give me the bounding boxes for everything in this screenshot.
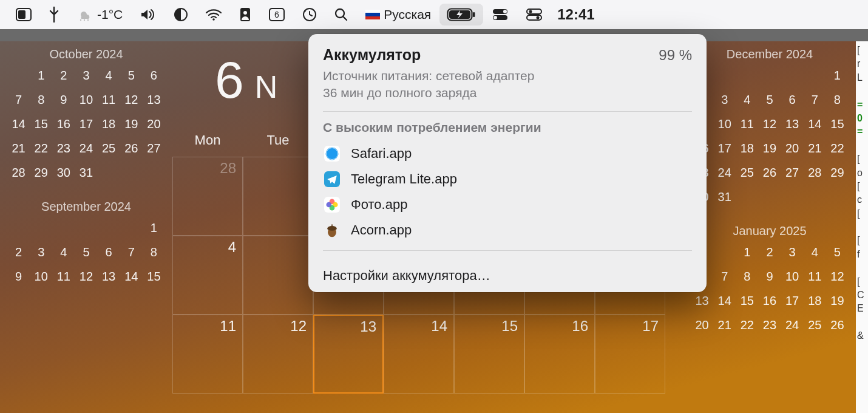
high-energy-app-row[interactable]: Safari.app (308, 141, 707, 166)
wifi-icon[interactable] (197, 0, 231, 29)
mini-day-cell[interactable]: 24 (781, 315, 804, 335)
mini-day-cell[interactable]: 5 (826, 242, 849, 262)
spotlight-icon[interactable] (325, 0, 357, 29)
mini-day-cell[interactable]: 16 (52, 114, 75, 134)
mini-day-cell[interactable]: 10 (781, 266, 804, 287)
control-center-icon[interactable] (517, 0, 551, 29)
mini-day-cell[interactable]: 1 (143, 217, 165, 238)
mini-day-cell[interactable]: 8 (30, 89, 52, 110)
mini-day-cell[interactable]: 25 (98, 138, 120, 159)
mini-day-cell[interactable]: 21 (713, 315, 736, 335)
mini-day-cell[interactable]: 7 (713, 266, 736, 287)
mini-day-cell[interactable]: 28 (7, 162, 30, 183)
mini-day-cell[interactable]: 30 (52, 162, 75, 183)
mini-day-cell[interactable] (120, 217, 143, 238)
mini-day-cell[interactable]: 27 (781, 162, 804, 183)
mini-day-cell[interactable]: 4 (736, 89, 758, 110)
mini-day-cell[interactable]: 2 (758, 242, 781, 262)
mini-day-cell[interactable]: 12 (826, 266, 849, 287)
mini-day-cell[interactable] (30, 217, 52, 238)
mini-day-cell[interactable]: 11 (52, 266, 75, 287)
stage-manager-icon[interactable] (7, 0, 40, 29)
month-day-cell[interactable]: 16 (524, 315, 595, 394)
month-day-cell[interactable]: 14 (384, 315, 454, 394)
mini-day-cell[interactable]: 6 (781, 89, 804, 110)
mini-day-cell[interactable]: 1 (736, 242, 758, 262)
mini-day-cell[interactable]: 18 (736, 138, 758, 159)
mini-cal-september[interactable]: September 2024 123456789101112131415 (7, 200, 165, 287)
weather-item[interactable]: -1°C (68, 0, 131, 29)
mini-day-cell[interactable]: 11 (98, 89, 120, 110)
mini-day-cell[interactable] (804, 65, 826, 86)
mini-day-cell[interactable]: 27 (143, 138, 165, 159)
mini-day-cell[interactable]: 3 (781, 242, 804, 262)
rune-icon[interactable] (40, 0, 68, 29)
mini-day-cell[interactable]: 3 (75, 65, 97, 86)
mini-day-cell[interactable]: 2 (7, 242, 30, 262)
mini-day-cell[interactable]: 21 (7, 138, 30, 159)
mini-day-cell[interactable]: 18 (98, 114, 120, 134)
mini-day-cell[interactable]: 18 (804, 290, 826, 311)
mini-day-cell[interactable]: 26 (120, 138, 143, 159)
mini-cal-december[interactable]: December 2024 12345678910111213141516171… (691, 47, 849, 207)
month-day-cell[interactable]: 4 (172, 236, 243, 315)
month-day-cell[interactable]: 28 (172, 157, 243, 236)
mini-day-cell[interactable]: 5 (120, 65, 143, 86)
mini-day-cell[interactable] (75, 217, 97, 238)
mini-day-cell[interactable] (781, 65, 804, 86)
mini-day-cell[interactable]: 22 (30, 138, 52, 159)
mini-day-cell[interactable]: 12 (75, 266, 97, 287)
mini-day-cell[interactable]: 12 (120, 89, 143, 110)
mini-day-cell[interactable]: 26 (758, 162, 781, 183)
mini-day-cell[interactable]: 26 (826, 315, 849, 335)
month-day-cell[interactable]: 13 (313, 315, 384, 394)
mini-day-cell[interactable] (98, 217, 120, 238)
mini-day-cell[interactable]: 14 (713, 290, 736, 311)
mini-day-cell[interactable]: 16 (758, 290, 781, 311)
mini-cal-october[interactable]: October 2024 123456789101112131415161718… (7, 47, 165, 183)
month-day-cell[interactable]: 11 (172, 315, 243, 394)
mini-day-cell[interactable]: 4 (98, 65, 120, 86)
mini-day-cell[interactable]: 13 (781, 114, 804, 134)
mini-day-cell[interactable]: 3 (713, 89, 736, 110)
mini-day-cell[interactable] (758, 65, 781, 86)
keyboard-badge[interactable]: 6 (260, 0, 294, 29)
mini-day-cell[interactable]: 7 (7, 89, 30, 110)
mini-day-cell[interactable]: 21 (804, 138, 826, 159)
mini-day-cell[interactable]: 9 (758, 266, 781, 287)
mini-day-cell[interactable] (7, 65, 30, 86)
high-energy-app-row[interactable]: Фото.app (308, 192, 707, 217)
id-card-icon[interactable] (231, 0, 260, 29)
high-energy-app-row[interactable]: Acorn.app (308, 217, 707, 243)
mini-day-cell[interactable]: 15 (736, 290, 758, 311)
mini-day-cell[interactable]: 14 (7, 114, 30, 134)
mini-day-cell[interactable]: 1 (826, 65, 849, 86)
mini-day-cell[interactable]: 2 (52, 65, 75, 86)
mini-day-cell[interactable]: 7 (120, 242, 143, 262)
mini-day-cell[interactable]: 9 (7, 266, 30, 287)
mini-day-cell[interactable] (52, 217, 75, 238)
mini-day-cell[interactable]: 20 (143, 114, 165, 134)
mini-day-cell[interactable]: 10 (713, 114, 736, 134)
mini-cal-january[interactable]: January 2025 123456789101112131415161718… (691, 224, 849, 335)
mini-day-cell[interactable]: 20 (691, 315, 713, 335)
mini-day-cell[interactable]: 11 (804, 266, 826, 287)
month-day-cell[interactable]: 17 (595, 315, 665, 394)
mini-day-cell[interactable]: 14 (804, 114, 826, 134)
mini-day-cell[interactable]: 28 (804, 162, 826, 183)
input-language[interactable]: Русская (357, 0, 439, 29)
mini-day-cell[interactable]: 15 (826, 114, 849, 134)
mini-day-cell[interactable]: 20 (781, 138, 804, 159)
month-day-cell[interactable] (243, 157, 313, 236)
month-day-cell[interactable]: 12 (243, 315, 313, 394)
mini-day-cell[interactable]: 8 (143, 242, 165, 262)
mini-day-cell[interactable]: 10 (30, 266, 52, 287)
mini-day-cell[interactable]: 23 (52, 138, 75, 159)
menu-clock[interactable]: 12:41 (551, 0, 597, 29)
mini-day-cell[interactable]: 17 (75, 114, 97, 134)
mini-day-cell[interactable] (713, 242, 736, 262)
mini-day-cell[interactable]: 3 (30, 242, 52, 262)
high-energy-app-row[interactable]: Telegram Lite.app (308, 166, 707, 192)
mini-day-cell[interactable]: 23 (758, 315, 781, 335)
mini-day-cell[interactable]: 5 (75, 242, 97, 262)
